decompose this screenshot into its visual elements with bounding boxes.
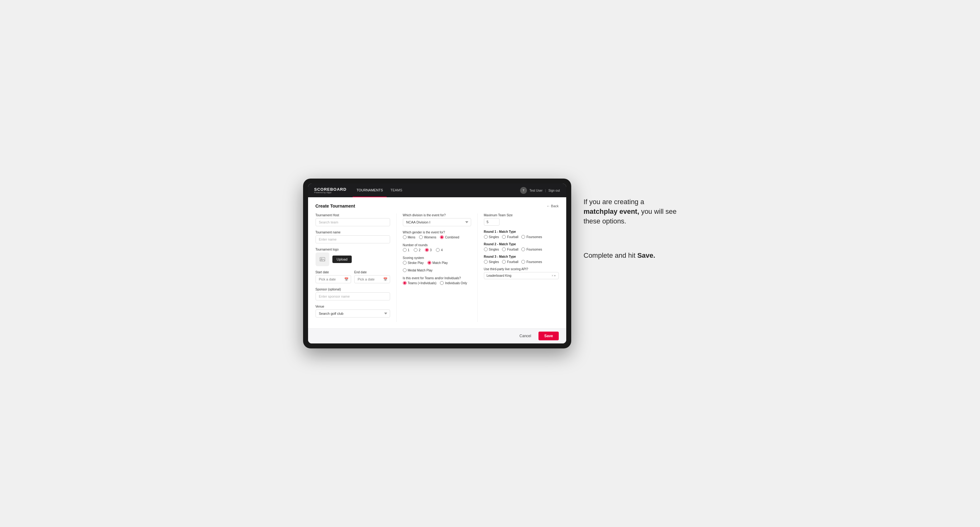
venue-select[interactable]: Search golf club (315, 310, 390, 317)
scoring-radio-group: Stroke Play Match Play Medal Match Play (403, 261, 471, 272)
nav-separator: | (545, 189, 546, 192)
round2-match-section: Round 2 - Match Type Singles Fourball (484, 243, 559, 251)
division-select[interactable]: NCAA Division I (403, 218, 471, 226)
r3-foursomes[interactable]: Foursomes (521, 260, 542, 264)
r3-fourball[interactable]: Fourball (502, 260, 518, 264)
middle-column: Which division is the event for? NCAA Di… (397, 213, 478, 322)
event-teams[interactable]: Teams (+Individuals) (403, 281, 436, 285)
round-2[interactable]: 2 (414, 248, 421, 252)
back-link[interactable]: ← Back (547, 204, 559, 208)
tournament-host-input[interactable] (315, 218, 390, 226)
avatar: T (520, 187, 527, 194)
tournament-host-group: Tournament Host (315, 213, 390, 226)
tournament-name-input[interactable] (315, 235, 390, 243)
annotation-save-text: Complete and hit Save. (584, 251, 677, 260)
r2-singles[interactable]: Singles (484, 248, 499, 251)
logo-placeholder (315, 252, 329, 266)
event-for-label: Is this event for Teams and/or Individua… (403, 276, 471, 280)
round3-match-options: Singles Fourball Foursomes (484, 260, 559, 264)
date-group: Start date 📅 End date (315, 270, 390, 283)
cancel-button[interactable]: Cancel (515, 332, 535, 340)
third-party-group: Use third-party live scoring API? Leader… (484, 267, 559, 279)
svg-rect-0 (320, 257, 325, 261)
tablet-screen: SCOREBOARD Powered by clippt TOURNAMENTS… (308, 184, 566, 343)
division-group: Which division is the event for? NCAA Di… (403, 213, 471, 226)
nav-tab-teams[interactable]: TEAMS (387, 184, 406, 197)
start-date-wrapper: 📅 (315, 275, 352, 283)
rounds-label: Number of rounds (403, 243, 471, 247)
event-individuals[interactable]: Individuals Only (440, 281, 467, 285)
nav-tab-tournaments[interactable]: TOURNAMENTS (353, 184, 387, 197)
round1-match-section: Round 1 - Match Type Singles Fourball (484, 230, 559, 239)
sponsor-input[interactable] (315, 292, 390, 300)
round1-match-label: Round 1 - Match Type (484, 230, 559, 233)
max-team-size-group: Maximum Team Size (484, 213, 559, 225)
r2-foursomes[interactable]: Foursomes (521, 248, 542, 251)
rounds-group: Number of rounds 1 2 (403, 243, 471, 252)
sponsor-group: Sponsor (optional) (315, 288, 390, 300)
annotation-matchplay: If you are creating a matchplay event, y… (584, 197, 677, 226)
right-column: Maximum Team Size Round 1 - Match Type S… (478, 213, 559, 322)
scoreboard-logo-text: SCOREBOARD (314, 187, 347, 191)
tournament-name-group: Tournament name (315, 231, 390, 243)
venue-label: Venue (315, 305, 390, 308)
end-date-label: End date (354, 270, 390, 274)
save-button[interactable]: Save (538, 332, 558, 340)
third-party-label: Use third-party live scoring API? (484, 267, 559, 271)
tournament-name-label: Tournament name (315, 231, 390, 234)
left-column: Tournament Host Tournament name Tourname… (315, 213, 397, 322)
sponsor-label: Sponsor (optional) (315, 288, 390, 291)
nav-right: T Test User | Sign out (520, 187, 560, 194)
logo-area: Upload (315, 252, 390, 266)
r1-foursomes[interactable]: Foursomes (521, 235, 542, 239)
powered-by-text: Powered by clippt (314, 191, 347, 194)
sign-out-link[interactable]: Sign out (549, 189, 560, 192)
round3-match-label: Round 3 - Match Type (484, 255, 559, 258)
scoring-medal[interactable]: Medal Match Play (403, 268, 433, 272)
third-party-clear[interactable]: × ▾ (552, 274, 556, 277)
date-row: Start date 📅 End date (315, 270, 390, 283)
r1-singles[interactable]: Singles (484, 235, 499, 239)
r2-fourball[interactable]: Fourball (502, 248, 518, 251)
event-for-radio-group: Teams (+Individuals) Individuals Only (403, 281, 471, 285)
tournament-host-label: Tournament Host (315, 213, 390, 217)
scoring-match[interactable]: Match Play (428, 261, 448, 265)
scoring-stroke[interactable]: Stroke Play (403, 261, 424, 265)
max-team-size-label: Maximum Team Size (484, 213, 559, 217)
round-4[interactable]: 4 (436, 248, 443, 252)
r1-fourball[interactable]: Fourball (502, 235, 518, 239)
start-date-group: Start date 📅 (315, 270, 352, 283)
calendar-icon-2: 📅 (383, 277, 388, 281)
round1-match-options: Singles Fourball Foursomes (484, 235, 559, 239)
venue-select-wrapper: Search golf club (315, 310, 390, 317)
venue-group: Venue Search golf club (315, 305, 390, 317)
form-header: Create Tournament ← Back (315, 203, 559, 208)
gender-radio-group: Mens Womens Combined (403, 235, 471, 239)
upload-button[interactable]: Upload (332, 256, 352, 263)
form-body: Tournament Host Tournament name Tourname… (315, 213, 559, 322)
scoring-label: Scoring system (403, 256, 471, 260)
r3-singles[interactable]: Singles (484, 260, 499, 264)
gender-mens[interactable]: Mens (403, 235, 415, 239)
round-3[interactable]: 3 (425, 248, 432, 252)
event-for-group: Is this event for Teams and/or Individua… (403, 276, 471, 285)
gender-combined[interactable]: Combined (440, 235, 459, 239)
annotation-save: Complete and hit Save. (584, 251, 677, 260)
division-label: Which division is the event for? (403, 213, 471, 217)
rounds-radio-group: 1 2 3 (403, 248, 471, 252)
max-team-size-input[interactable] (484, 218, 500, 225)
gender-label: Which gender is the event for? (403, 231, 471, 234)
third-party-wrapper[interactable]: Leaderboard King × ▾ (484, 272, 559, 279)
round3-match-section: Round 3 - Match Type Singles Fourball (484, 255, 559, 264)
end-date-wrapper: 📅 (354, 275, 390, 283)
round-1[interactable]: 1 (403, 248, 410, 252)
round2-match-label: Round 2 - Match Type (484, 243, 559, 246)
start-date-label: Start date (315, 270, 352, 274)
nav-logo: SCOREBOARD Powered by clippt (314, 187, 347, 194)
annotations: If you are creating a matchplay event, y… (584, 179, 677, 260)
gender-womens[interactable]: Womens (419, 235, 436, 239)
annotation-matchplay-text: If you are creating a matchplay event, y… (584, 197, 677, 226)
nav-tabs: TOURNAMENTS TEAMS (353, 184, 406, 197)
end-date-group: End date 📅 (354, 270, 390, 283)
form-title: Create Tournament (315, 203, 355, 208)
